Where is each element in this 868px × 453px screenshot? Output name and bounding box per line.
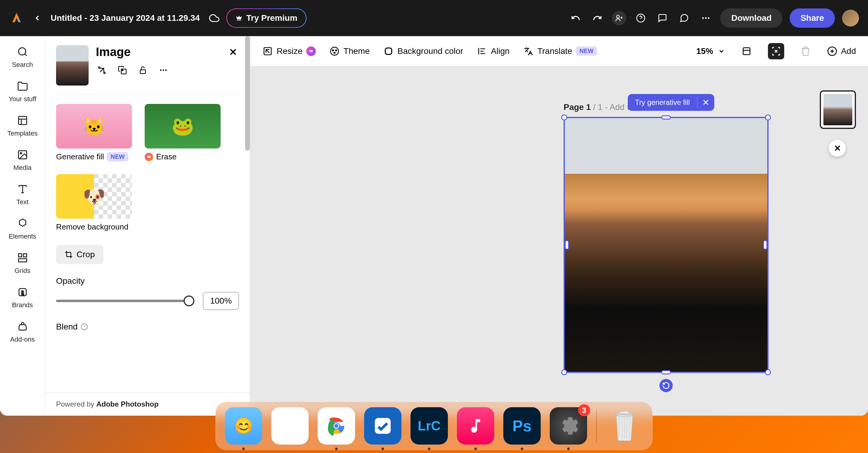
dock-trash[interactable] (606, 407, 643, 445)
close-panel-button[interactable]: ✕ (227, 46, 239, 58)
svg-point-0 (617, 15, 619, 18)
rail-your-stuff[interactable]: Your stuff (0, 79, 45, 103)
align-button[interactable]: Align (476, 46, 510, 57)
text-icon (16, 183, 29, 196)
resize-handle-l[interactable] (565, 240, 569, 250)
rail-templates[interactable]: Templates (0, 114, 45, 137)
translate-icon (523, 46, 534, 57)
cloud-sync-icon[interactable] (208, 12, 220, 24)
media-icon (16, 148, 29, 161)
add-page-button[interactable]: Add (827, 46, 856, 56)
page-thumbnail[interactable] (820, 90, 856, 129)
rail-search[interactable]: Search (0, 45, 45, 69)
adobe-express-logo[interactable] (9, 10, 24, 26)
resize-icon (262, 46, 273, 57)
resize-handle-bl[interactable] (561, 369, 567, 375)
dock-things[interactable] (364, 407, 401, 445)
delete-button[interactable] (798, 43, 814, 59)
canvas-viewport[interactable]: Page 1 / 1 - Add title Try generative fi… (250, 66, 868, 416)
remove-background-card[interactable]: 🐶 Remove background (56, 174, 132, 232)
document-title[interactable]: Untitled - 23 January 2024 at 11.29.34 (51, 13, 200, 23)
crop-button[interactable]: Crop (56, 245, 103, 264)
dock-launchpad[interactable] (271, 407, 309, 445)
premium-label: Try Premium (246, 13, 298, 23)
rail-grids[interactable]: Grids (0, 251, 45, 275)
opacity-label: Opacity (56, 276, 239, 286)
unlock-icon[interactable] (137, 64, 149, 76)
dock-finder[interactable]: 😊 (225, 407, 262, 445)
bg-color-button[interactable]: Background color (383, 46, 463, 57)
svg-rect-16 (140, 70, 146, 74)
resize-handle-t[interactable] (661, 116, 671, 120)
svg-point-2 (702, 17, 704, 19)
layers-button[interactable] (738, 43, 755, 59)
folder-icon (16, 79, 29, 93)
redo-button[interactable] (590, 11, 604, 25)
remove-bg-preview: 🐶 (56, 174, 132, 219)
share-button[interactable]: Share (789, 8, 835, 28)
zoom-control[interactable]: 15% (696, 46, 725, 56)
svg-rect-26 (385, 48, 392, 54)
opacity-slider[interactable] (56, 300, 194, 302)
more-options-icon[interactable] (157, 64, 169, 76)
selection-box[interactable] (564, 117, 769, 373)
dock-lightroom-classic[interactable]: LrC (410, 407, 448, 445)
svg-point-4 (708, 17, 710, 19)
theme-button[interactable]: Theme (329, 46, 370, 57)
rail-elements[interactable]: Elements (0, 217, 45, 240)
rotate-handle[interactable] (659, 379, 673, 392)
resize-handle-tl[interactable] (561, 115, 567, 121)
close-pill-button[interactable]: ✕ (698, 98, 714, 107)
rail-text[interactable]: Text (0, 183, 45, 206)
svg-rect-6 (19, 117, 27, 125)
topbar-actions: Download Share (568, 8, 859, 28)
generative-fill-card[interactable]: 🐱 Generative fillNEW (56, 104, 132, 161)
svg-point-19 (165, 70, 167, 71)
rail-brands[interactable]: Brands (0, 286, 45, 309)
rail-media[interactable]: Media (0, 148, 45, 172)
dock-chrome[interactable] (318, 407, 355, 445)
present-button[interactable] (677, 11, 691, 25)
erase-card[interactable]: 🐸 Erase (145, 104, 221, 161)
selected-image-thumbnail (56, 45, 89, 86)
generative-fill-pill-button[interactable]: Try generative fill (628, 98, 697, 107)
theme-icon (329, 46, 340, 57)
resize-handle-tr[interactable] (765, 115, 771, 121)
canvas-image[interactable] (565, 118, 767, 372)
opacity-input[interactable]: 100% (203, 292, 239, 310)
invite-button[interactable] (612, 11, 626, 25)
help-button[interactable] (633, 11, 648, 25)
panel-title: Image (96, 45, 221, 59)
svg-rect-9 (19, 254, 22, 257)
duplicate-icon[interactable] (116, 64, 128, 76)
fit-button[interactable] (768, 43, 784, 59)
search-icon (16, 45, 29, 58)
dock-system-preferences[interactable]: 3 (550, 407, 587, 445)
undo-button[interactable] (568, 11, 583, 25)
dock-music[interactable] (457, 407, 494, 445)
back-button[interactable] (30, 11, 44, 25)
comment-button[interactable] (655, 11, 670, 25)
translate-button[interactable]: TranslateNEW (523, 46, 597, 57)
try-premium-button[interactable]: Try Premium (226, 8, 307, 28)
svg-point-14 (104, 72, 105, 73)
blend-label: Blend (56, 322, 239, 332)
resize-handle-r[interactable] (763, 240, 767, 250)
replace-icon[interactable] (96, 64, 108, 76)
generative-fill-pill: Try generative fill ✕ (628, 94, 714, 111)
new-badge: NEW (107, 152, 128, 161)
resize-handle-b[interactable] (661, 370, 671, 375)
generative-fill-preview: 🐱 (56, 104, 132, 149)
macos-dock: 😊 LrC Ps 3 (216, 402, 652, 450)
slider-thumb[interactable] (184, 295, 194, 306)
rail-addons[interactable]: Add-ons (0, 320, 45, 343)
close-thumbnails-button[interactable]: ✕ (829, 140, 846, 157)
dock-photoshop[interactable]: Ps (503, 407, 541, 445)
top-bar: Untitled - 23 January 2024 at 11.29.34 T… (0, 0, 868, 36)
download-button[interactable]: Download (720, 8, 782, 28)
user-avatar[interactable] (842, 10, 859, 27)
scrollbar[interactable] (245, 36, 250, 151)
resize-handle-br[interactable] (765, 369, 771, 375)
more-button[interactable] (699, 11, 713, 25)
resize-button[interactable]: Resize (262, 46, 316, 57)
